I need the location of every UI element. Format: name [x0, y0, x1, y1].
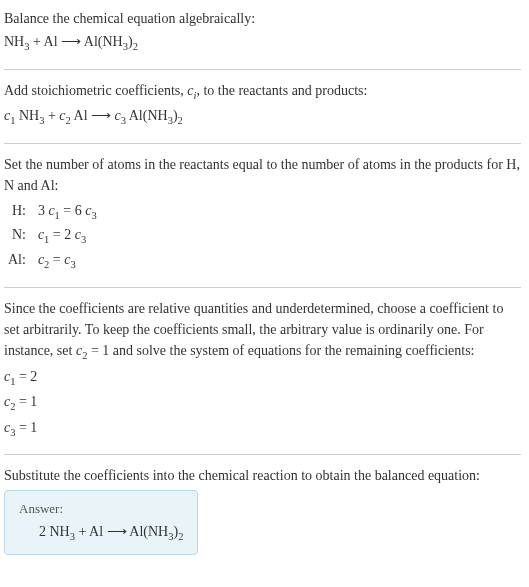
eq-sub: 2: [178, 115, 183, 126]
text-part: Add stoichiometric coefficients,: [4, 83, 187, 98]
coef-val: = 2: [15, 369, 37, 384]
stoich-equation: c1 NH3 + c2 Al ⟶ c3 Al(NH3)2: [4, 105, 521, 129]
atoms-text: Set the number of atoms in the reactants…: [4, 154, 521, 196]
atom-label: H:: [4, 200, 34, 224]
eq-part: 2 NH: [39, 524, 70, 539]
table-row: Al: c2 = c3: [4, 249, 101, 273]
section-atoms: Set the number of atoms in the reactants…: [4, 154, 521, 273]
eq-sub: 2: [133, 41, 138, 52]
text-part: = 1 and solve the system of equations fo…: [87, 343, 474, 358]
eq-part: NH: [15, 108, 39, 123]
atom-label: N:: [4, 224, 34, 248]
coef-line: c1 = 2: [4, 366, 521, 390]
divider: [4, 287, 521, 288]
solve-text: Since the coefficients are relative quan…: [4, 298, 521, 364]
eq-sub: 2: [178, 531, 183, 542]
coef-val: = 1: [15, 420, 37, 435]
eq-part: NH: [4, 34, 24, 49]
eq-part: = 6: [60, 203, 85, 218]
answer-equation: 2 NH3 + Al ⟶ Al(NH3)2: [19, 523, 183, 542]
table-row: H: 3 c1 = 6 c3: [4, 200, 101, 224]
table-row: N: c1 = 2 c3: [4, 224, 101, 248]
coef-line: c3 = 1: [4, 417, 521, 441]
coef-sub: 3: [70, 258, 75, 269]
section-answer: Substitute the coefficients into the che…: [4, 465, 521, 555]
atom-equation: c2 = c3: [34, 249, 101, 273]
divider: [4, 454, 521, 455]
answer-box: Answer: 2 NH3 + Al ⟶ Al(NH3)2: [4, 490, 198, 555]
answer-text: Substitute the coefficients into the che…: [4, 465, 521, 486]
coef-line: c2 = 1: [4, 391, 521, 415]
arrow-icon: ⟶: [107, 523, 127, 539]
eq-part: =: [49, 252, 64, 267]
coef-val: = 1: [15, 394, 37, 409]
atom-label: Al:: [4, 249, 34, 273]
eq-part: Al(NH: [127, 524, 169, 539]
eq-part: +: [44, 108, 59, 123]
stoich-text: Add stoichiometric coefficients, ci, to …: [4, 80, 521, 104]
eq-part: Al(NH: [126, 108, 168, 123]
coef-sub: 3: [91, 209, 96, 220]
answer-label: Answer:: [19, 501, 183, 517]
problem-title: Balance the chemical equation algebraica…: [4, 8, 521, 29]
section-problem: Balance the chemical equation algebraica…: [4, 8, 521, 55]
arrow-icon: ⟶: [61, 33, 81, 49]
section-stoichiometric: Add stoichiometric coefficients, ci, to …: [4, 80, 521, 129]
divider: [4, 143, 521, 144]
eq-part: = 2: [49, 227, 74, 242]
eq-part: Al: [71, 108, 91, 123]
coef-sub: 3: [81, 234, 86, 245]
eq-part: 3: [38, 203, 49, 218]
atom-equation: 3 c1 = 6 c3: [34, 200, 101, 224]
text-part: , to the reactants and products:: [196, 83, 367, 98]
atoms-table: H: 3 c1 = 6 c3 N: c1 = 2 c3 Al: c2 = c3: [4, 200, 101, 273]
eq-part: + Al: [29, 34, 61, 49]
problem-equation: NH3 + Al ⟶ Al(NH3)2: [4, 31, 521, 55]
eq-part: Al(NH: [81, 34, 123, 49]
arrow-icon: ⟶: [91, 107, 111, 123]
divider: [4, 69, 521, 70]
section-solve: Since the coefficients are relative quan…: [4, 298, 521, 440]
atom-equation: c1 = 2 c3: [34, 224, 101, 248]
eq-part: + Al: [75, 524, 107, 539]
